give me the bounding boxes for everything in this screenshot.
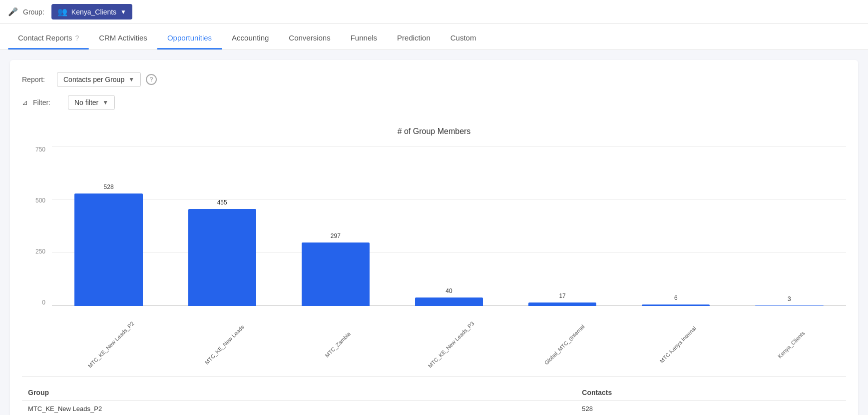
top-bar-left: 🎤 Group: 👥 Kenya_Clients ▼ [8, 4, 132, 20]
bar[interactable]: 6MTC Kenya Internal [642, 304, 710, 306]
bar-group: 6MTC Kenya Internal [619, 146, 733, 306]
bars-container: 528MTC_KE_New Leads_P2455MTC_KE_New Lead… [52, 146, 846, 306]
y-label-0: 0 [42, 299, 45, 306]
table-section: Group Contacts MTC_KE_New Leads_P2528MTC… [22, 376, 846, 415]
tab-crm-activities[interactable]: CRM Activities [89, 26, 157, 50]
y-axis: 750 500 250 0 [22, 146, 49, 306]
report-label: Report: [22, 76, 52, 84]
bar-value-label: 528 [104, 184, 114, 190]
report-dropdown[interactable]: Contacts per Group ▼ [57, 72, 141, 87]
chart-area: 750 500 250 0 528MTC_KE_New Leads_P2455 [22, 146, 846, 356]
bar[interactable]: 40MTC_KE_New Leads_P3 [415, 298, 483, 306]
bar-x-label: MTC_KE_New Leads [203, 324, 245, 366]
tab-conversions[interactable]: Conversions [279, 26, 340, 50]
tab-custom[interactable]: Custom [440, 26, 486, 50]
bar[interactable]: 17Global_MTC_(Internal [528, 302, 596, 306]
col-group: Group [22, 384, 576, 401]
bar-value-label: 6 [674, 294, 678, 302]
tab-prediction[interactable]: Prediction [387, 26, 440, 50]
table-cell-contacts: 528 [576, 401, 846, 416]
report-help-button[interactable]: ? [146, 74, 157, 85]
help-icon-contact-reports[interactable]: ? [75, 34, 79, 42]
report-dropdown-chevron: ▼ [128, 76, 134, 83]
bar-x-label: MTC_KE_New Leads_P3 [427, 320, 475, 369]
bar-value-label: 17 [559, 292, 565, 300]
chevron-down-icon: ▼ [120, 8, 126, 16]
report-dropdown-value: Contacts per Group [63, 76, 124, 84]
report-card: Report: Contacts per Group ▼ ? ⊿ Filter:… [10, 60, 858, 415]
chart-title: # of Group Members [22, 127, 846, 136]
group-label: Group: [23, 8, 44, 16]
table-cell-group: MTC_KE_New Leads_P2 [22, 401, 576, 416]
filter-dropdown-chevron: ▼ [102, 99, 108, 106]
bar[interactable]: 297MTC_Zambia [302, 242, 370, 306]
chart-container: # of Group Members 750 500 250 0 [22, 122, 846, 361]
tab-conversions-label: Conversions [289, 34, 330, 42]
tab-prediction-label: Prediction [397, 34, 431, 42]
bar[interactable]: 528MTC_KE_New Leads_P2 [74, 194, 142, 306]
report-controls: Report: Contacts per Group ▼ ? ⊿ Filter:… [22, 72, 846, 110]
col-contacts: Contacts [576, 384, 846, 401]
top-bar: 🎤 Group: 👥 Kenya_Clients ▼ [0, 0, 868, 24]
tab-funnels-label: Funnels [351, 34, 377, 42]
bar-x-label: Global_MTC_(Internal [543, 324, 586, 366]
bar-group: 297MTC_Zambia [279, 146, 392, 306]
bar-x-label: MTC Kenya Internal [659, 325, 698, 364]
tab-bar: Contact Reports ? CRM Activities Opportu… [0, 24, 868, 50]
y-label-250: 250 [35, 248, 45, 255]
bar-x-label: Kenya_Clients [777, 330, 806, 360]
bar-x-label: MTC_KE_New Leads_P2 [86, 320, 135, 369]
tab-custom-label: Custom [450, 34, 476, 42]
data-table: Group Contacts MTC_KE_New Leads_P2528MTC… [22, 384, 846, 415]
y-label-500: 500 [35, 197, 45, 204]
bar-group: 40MTC_KE_New Leads_P3 [392, 146, 505, 306]
y-label-750: 750 [35, 146, 45, 153]
tab-contact-reports-label: Contact Reports [18, 34, 72, 42]
group-name: Kenya_Clients [71, 8, 116, 16]
filter-icon: ⊿ [22, 98, 28, 106]
tab-contact-reports[interactable]: Contact Reports ? [8, 26, 89, 50]
filter-label: Filter: [33, 98, 63, 106]
bar[interactable]: 455MTC_KE_New Leads [188, 209, 256, 306]
bar-value-label: 297 [331, 232, 341, 240]
bar-value-label: 455 [217, 199, 227, 206]
bar-group: 455MTC_KE_New Leads [165, 146, 279, 306]
bar-x-label: MTC_Zambia [324, 330, 352, 358]
group-icon: 👥 [57, 7, 67, 16]
table-row: MTC_KE_New Leads_P2528 [22, 401, 846, 416]
tab-accounting[interactable]: Accounting [222, 26, 279, 50]
tab-opportunities-label: Opportunities [167, 34, 212, 42]
bar-group: 528MTC_KE_New Leads_P2 [52, 146, 165, 306]
tab-opportunities[interactable]: Opportunities [157, 26, 222, 50]
bar-group: 17Global_MTC_(Internal [506, 146, 619, 306]
filter-dropdown[interactable]: No filter ▼ [68, 95, 115, 110]
tab-crm-activities-label: CRM Activities [99, 34, 147, 42]
group-selector-button[interactable]: 👥 Kenya_Clients ▼ [51, 4, 132, 20]
filter-row: ⊿ Filter: No filter ▼ [22, 95, 846, 110]
bar-group: 3Kenya_Clients [733, 146, 846, 306]
report-select-row: Report: Contacts per Group ▼ ? [22, 72, 846, 87]
tab-accounting-label: Accounting [232, 34, 269, 42]
bar-value-label: 3 [788, 296, 791, 302]
bar-value-label: 40 [445, 288, 452, 294]
mic-icon: 🎤 [8, 7, 18, 16]
main-content: Report: Contacts per Group ▼ ? ⊿ Filter:… [0, 50, 868, 415]
bar[interactable]: 3Kenya_Clients [755, 306, 823, 306]
tab-funnels[interactable]: Funnels [341, 26, 387, 50]
filter-dropdown-value: No filter [74, 98, 98, 106]
